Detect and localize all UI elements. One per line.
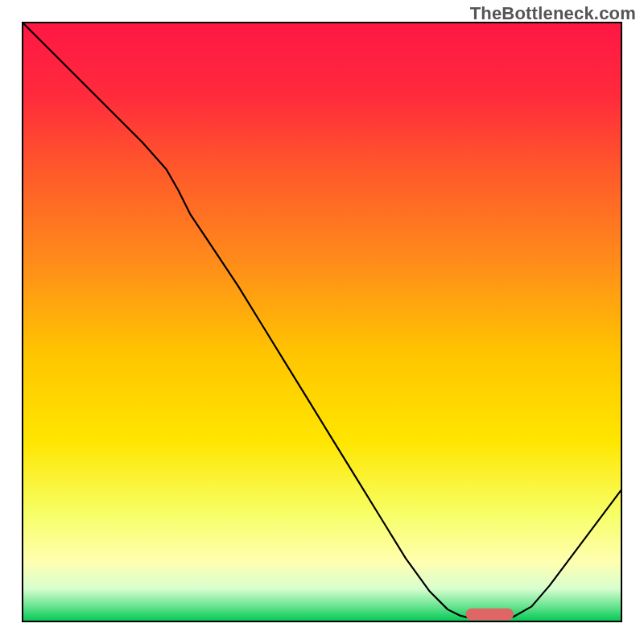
bottleneck-chart	[0, 0, 644, 644]
bottleneck-marker	[466, 609, 514, 621]
